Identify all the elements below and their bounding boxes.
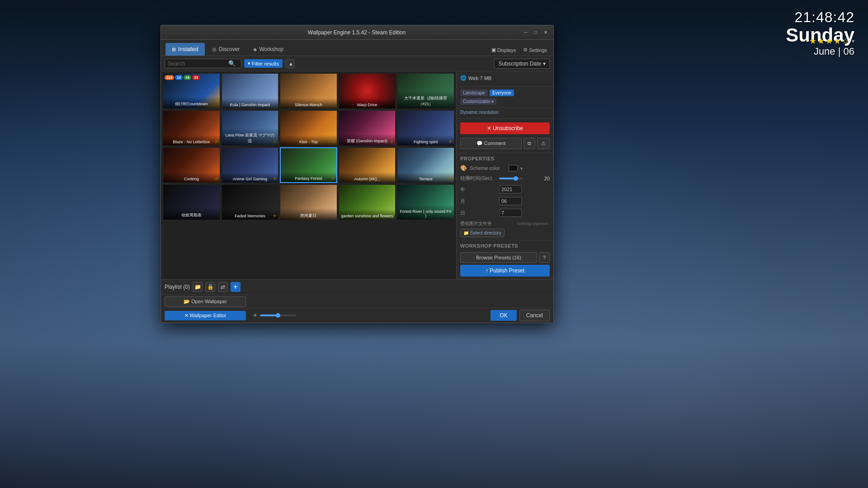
tag-landscape[interactable]: Landscape bbox=[460, 89, 488, 96]
open-wallpaper-button[interactable]: 📂 Open Wallpaper bbox=[165, 296, 246, 307]
color-wheel-icon: 🎨 bbox=[460, 165, 467, 171]
badge: 33 bbox=[192, 75, 200, 80]
brightness-slider[interactable] bbox=[260, 314, 296, 316]
wallpaper-item-15[interactable]: ★Terrace bbox=[397, 147, 454, 183]
wallpaper-item-9[interactable]: ★荣耀 (Genshin Impact) bbox=[339, 110, 396, 146]
search-icon[interactable]: 🔍 bbox=[228, 60, 236, 67]
wallpaper-item-5[interactable]: 大千米遁形（β贴纸痛苦（#21） bbox=[397, 73, 454, 109]
brightness-fill bbox=[260, 314, 278, 316]
wallpaper-item-4[interactable]: Warp Drive bbox=[339, 73, 396, 109]
star-3[interactable]: ★ bbox=[826, 36, 833, 46]
wallpaper-label: 动效周期表 bbox=[163, 208, 220, 220]
year-row: 年 bbox=[457, 183, 553, 195]
clock-date: June | 06 bbox=[786, 46, 854, 57]
wallpaper-item-13[interactable]: ★Fantasy Forest bbox=[280, 147, 337, 183]
wallpaper-label: Forest River ( only sound FX ) bbox=[397, 205, 454, 220]
day-input[interactable] bbox=[499, 209, 522, 217]
wallpaper-label: Eula | Genshin Impact bbox=[222, 98, 278, 108]
wallpaper-item-1[interactable]: 103124333倒计时Countdown bbox=[163, 73, 220, 109]
select-directory-button[interactable]: 📁 Select directory bbox=[460, 229, 505, 237]
rotation-time-label: 轮播时间(Sec) bbox=[460, 175, 496, 182]
alert-button[interactable]: ⚠ bbox=[537, 138, 550, 149]
wallpaper-item-14[interactable]: ★Autumn [4K]... bbox=[339, 147, 396, 183]
star-dropdown-icon[interactable]: ▾ bbox=[852, 38, 854, 44]
wallpaper-label: Klee - Trip bbox=[280, 135, 337, 145]
playlist-label: Playlist (0) bbox=[165, 284, 190, 290]
wallpaper-label: Cooking bbox=[163, 172, 220, 183]
tab-installed[interactable]: ⊞ Installed bbox=[165, 43, 205, 56]
playlist-add-button[interactable]: + bbox=[231, 282, 241, 292]
star-4[interactable]: ★ bbox=[834, 36, 841, 46]
badge: 103 bbox=[165, 75, 174, 80]
wallpaper-item-12[interactable]: ★Anime Girl Gaming bbox=[222, 147, 279, 183]
wallpaper-file-row: 壁纸图片文件夹 Nothing imported bbox=[457, 219, 553, 229]
month-input[interactable] bbox=[499, 197, 522, 205]
color-swatch[interactable] bbox=[509, 165, 518, 171]
unsubscribe-button[interactable]: ✕ Unsubscribe bbox=[460, 122, 550, 134]
wallpaper-item-8[interactable]: ★Klee - Trip bbox=[280, 110, 337, 146]
wallpaper-item-19[interactable]: garden sunshine and flowers bbox=[339, 184, 396, 220]
badge: 12 bbox=[175, 75, 183, 80]
maximize-button[interactable]: □ bbox=[532, 28, 540, 37]
wallpaper-label: Blaze - No Letterbox bbox=[163, 135, 220, 145]
settings-button[interactable]: ⚙ Settings bbox=[521, 46, 549, 54]
cancel-button[interactable]: Cancel bbox=[519, 310, 550, 321]
wallpaper-item-7[interactable]: ★Lava Flow 岩浆流 マグマの流 bbox=[222, 110, 279, 146]
help-button[interactable]: ? bbox=[539, 252, 550, 263]
copy-button[interactable]: ⧉ bbox=[524, 138, 535, 149]
wallpaper-item-18[interactable]: 悠闲夏日 bbox=[280, 184, 337, 220]
star-5[interactable]: ☆ bbox=[842, 36, 849, 46]
search-box[interactable]: 🔍 bbox=[165, 59, 241, 68]
wallpaper-item-10[interactable]: ★Fighting spirit bbox=[397, 110, 454, 146]
wallpaper-item-11[interactable]: ★Cooking bbox=[163, 147, 220, 183]
color-dropdown-icon[interactable]: ▾ bbox=[520, 166, 523, 171]
rotation-slider-thumb[interactable] bbox=[514, 176, 518, 181]
publish-preset-button[interactable]: ↑ Publish Preset bbox=[460, 265, 550, 277]
wallpaper-label: Warp Drive bbox=[339, 98, 396, 108]
star-1[interactable]: ★ bbox=[809, 36, 816, 46]
playlist-folder-button[interactable]: 📁 bbox=[193, 282, 203, 292]
tab-discover[interactable]: ◎ Discover bbox=[206, 43, 246, 56]
subscription-date-dropdown-icon[interactable]: ▾ bbox=[543, 61, 546, 67]
wallpaper-item-16[interactable]: 动效周期表 bbox=[163, 184, 220, 220]
playlist-shuffle-button[interactable]: ⇄ bbox=[218, 282, 228, 292]
ok-button[interactable]: OK bbox=[491, 310, 516, 321]
workshop-presets-title: Workshop Presets bbox=[460, 243, 518, 249]
brightness-thumb[interactable] bbox=[276, 313, 280, 318]
filter-results-button[interactable]: ▾ Filter results bbox=[244, 59, 283, 68]
web-icon: 🌐 bbox=[460, 75, 467, 81]
nothing-imported-text: Nothing imported bbox=[517, 221, 548, 226]
wallpaper-label: Terrace bbox=[397, 172, 454, 183]
wallpaper-item-6[interactable]: ★Blaze - No Letterbox bbox=[163, 110, 220, 146]
star-2[interactable]: ★ bbox=[817, 36, 825, 46]
rotation-time-row: 轮播时间(Sec) 20 bbox=[457, 173, 553, 183]
sort-button[interactable]: ▲ bbox=[285, 59, 294, 68]
dynamic-resolution[interactable]: Dynamic resolution bbox=[457, 108, 553, 119]
comment-button[interactable]: 💬 Comment bbox=[460, 138, 522, 149]
rotation-slider[interactable] bbox=[499, 178, 523, 179]
minimize-button[interactable]: ─ bbox=[522, 28, 530, 37]
year-label: 年 bbox=[460, 186, 496, 193]
wallpaper-item-3[interactable]: Silence-Wench bbox=[280, 73, 337, 109]
badge: 43 bbox=[184, 75, 191, 80]
star-rating[interactable]: ★ ★ ★ ★ ☆ ▾ bbox=[809, 36, 854, 46]
tab-workshop[interactable]: ◈ Workshop bbox=[247, 43, 290, 56]
wallpaper-item-20[interactable]: Forest River ( only sound FX ) bbox=[397, 184, 454, 220]
playlist-lock-button[interactable]: 🔒 bbox=[205, 282, 215, 292]
wallpaper-item-2[interactable]: Eula | Genshin Impact bbox=[222, 73, 279, 109]
year-input[interactable] bbox=[499, 185, 522, 193]
tag-everyone[interactable]: Everyone bbox=[490, 89, 514, 96]
displays-icon: ▣ bbox=[491, 47, 496, 53]
close-button[interactable]: ✕ bbox=[542, 28, 550, 37]
search-input[interactable] bbox=[168, 61, 226, 67]
displays-button[interactable]: ▣ Displays bbox=[490, 46, 518, 54]
subscription-date-selector[interactable]: Subscription Date ▾ bbox=[494, 59, 550, 69]
wallpaper-editor-button[interactable]: ✕ Wallpaper Editor bbox=[165, 311, 246, 320]
browse-presets-button[interactable]: Browse Presets (16) bbox=[460, 252, 537, 263]
tag-customizable[interactable]: Customizable ▾ bbox=[460, 98, 496, 105]
month-row: 月 bbox=[457, 195, 553, 207]
filter-label: Filter results bbox=[252, 61, 279, 66]
tab-discover-label: Discover bbox=[219, 46, 240, 52]
wallpaper-item-17[interactable]: ★Faded Memories bbox=[222, 184, 279, 220]
wallpaper-grid-area[interactable]: 103124333倒计时CountdownEula | Genshin Impa… bbox=[161, 71, 456, 279]
